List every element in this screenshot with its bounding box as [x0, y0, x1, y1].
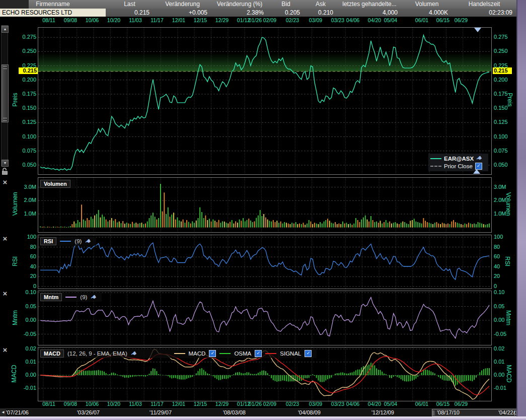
osma-bar [175, 375, 176, 378]
volume-bar [453, 220, 454, 228]
scrollbar-thumb[interactable] [2, 64, 9, 122]
osma-bar [355, 370, 356, 375]
volume-bar [237, 223, 238, 228]
hand-icon[interactable] [129, 349, 138, 359]
volume-bar [245, 221, 246, 227]
volume-plot[interactable]: Volumen [38, 177, 492, 233]
volume-bar [410, 221, 411, 227]
macd-tick-label: 0.02 [13, 345, 36, 352]
scroll-left-button[interactable]: ◄ [0, 408, 6, 416]
volume-bar [70, 226, 71, 228]
osma-bar [162, 375, 163, 376]
company-name-cell[interactable]: ECHO RESOURCES LTD [0, 9, 106, 17]
date-label: 08/11 [39, 401, 59, 407]
osma-bar [263, 371, 264, 375]
volume-bar [423, 218, 424, 228]
price-plot[interactable]: EAR@ASX Prior Close [38, 27, 492, 175]
osma-bar [427, 370, 428, 375]
volume-bar [333, 224, 334, 228]
mntm-plot[interactable]: Mntm (9) [38, 291, 492, 345]
osma-bar [153, 368, 154, 375]
column-header-6: letztes gehandelte... [337, 0, 402, 9]
osma-series-swatch [219, 353, 231, 354]
quote-header-row: FirmennameLastVeränderungVeränderung (%)… [0, 0, 516, 9]
volume-bar [374, 222, 375, 228]
osma-bar [199, 369, 200, 375]
osma-bar [309, 375, 310, 378]
volume-bar [199, 207, 200, 228]
macd-plot[interactable]: MACD (12, 26, 9 - EMA, EMA) MACD OSMA SI… [38, 347, 492, 401]
osma-bar [286, 375, 287, 381]
volume-bar [232, 220, 233, 228]
osma-bar [91, 371, 92, 375]
scroll-up-button[interactable]: ▲ [2, 26, 9, 33]
close-volume-panel-button[interactable]: × [2, 179, 9, 186]
time-range-scrollbar[interactable]: '07/21/06'03/26/07'11/29/07'08/03/08'04/… [0, 408, 518, 416]
osma-bar [479, 372, 480, 375]
close-rsi-panel-button[interactable]: × [2, 235, 9, 242]
osma-bar [119, 375, 120, 376]
date-label: 06/01 [412, 17, 432, 23]
close-mntm-panel-button[interactable]: × [2, 290, 9, 297]
osma-bar [151, 371, 152, 375]
signal-checkbox[interactable] [305, 350, 312, 357]
rsi-plot[interactable]: RSI (9) [38, 235, 492, 289]
signal-legend-label: SIGNAL [280, 351, 301, 357]
volume-bar [273, 220, 274, 228]
osma-bar [254, 374, 255, 375]
collapse-arrow-top-icon[interactable] [474, 28, 481, 32]
mntm-tick-label: 0.10 [13, 289, 36, 295]
osma-bar [307, 375, 308, 378]
osma-bar [181, 375, 182, 380]
time-axis-bottom: 08/1109/0810/0610/2011/0311/1712/0112/15… [0, 400, 516, 408]
volume-bar [149, 218, 150, 228]
rsi-tick-label: 80 [13, 244, 36, 250]
volume-bar [224, 222, 225, 228]
osma-bar [461, 375, 462, 383]
price-tick-label: 0.275 [494, 34, 517, 40]
macd-checkbox[interactable] [209, 350, 216, 357]
vertical-scrollbar[interactable]: ▲ ▼ [1, 25, 8, 166]
column-header-2: Veränderung [154, 0, 211, 9]
close-macd-panel-button[interactable]: × [2, 346, 9, 354]
volume-bar [465, 224, 466, 228]
osma-bar [322, 375, 323, 382]
volume-bar [340, 224, 341, 228]
price-tick-label: 0.050 [13, 162, 36, 168]
volume-bar [248, 219, 249, 228]
osma-bar [402, 375, 403, 381]
osma-bar [128, 375, 129, 378]
scroll-down-button[interactable]: ▼ [2, 160, 9, 167]
osma-bar [311, 375, 312, 376]
prior-close-checkbox[interactable] [475, 163, 482, 170]
osma-bar [388, 375, 389, 376]
legend-symbol-label: EAR@ASX [444, 156, 474, 162]
volume-bar [162, 212, 163, 228]
unlock-icon[interactable] [2, 168, 8, 177]
osma-bar [121, 375, 122, 376]
volume-bar [135, 223, 136, 228]
price-tick-label: 0.150 [494, 105, 517, 111]
volume-bar [457, 223, 458, 227]
osma-checkbox[interactable] [255, 350, 262, 357]
date-label: 11/17 [147, 17, 167, 23]
volume-bar [226, 223, 227, 228]
osma-bar [288, 375, 289, 382]
osma-bar [476, 375, 477, 378]
hand-icon[interactable] [89, 293, 98, 302]
collapse-arrow-bottom-icon[interactable] [473, 169, 480, 174]
price-tick-label: 0.275 [13, 34, 36, 40]
volume-bar [286, 223, 287, 227]
date-label: 11/17 [147, 401, 167, 407]
volume-bar [111, 218, 112, 228]
mntm-period-label: (9) [80, 294, 87, 300]
volume-bar [203, 218, 204, 228]
osma-bar [203, 370, 204, 375]
osma-bar [170, 375, 171, 378]
volume-bar [312, 224, 313, 228]
time-range-thumb[interactable] [432, 409, 517, 416]
volume-tick-label: 3.0M [494, 184, 517, 190]
hand-icon[interactable] [84, 237, 93, 246]
osma-bar [401, 375, 402, 379]
mntm-tick-label: 0.05 [13, 303, 36, 309]
